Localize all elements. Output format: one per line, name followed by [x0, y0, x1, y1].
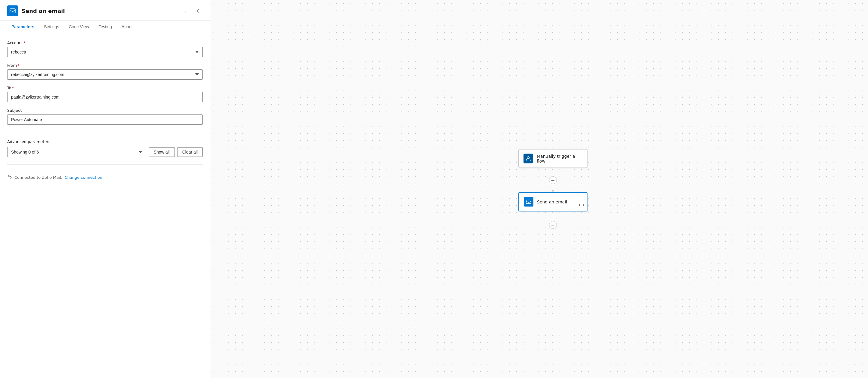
to-label: To* — [7, 86, 203, 90]
panel-header: Send an email ⋮ — [0, 0, 210, 21]
add-step-button-2[interactable]: + — [549, 221, 557, 229]
tab-testing[interactable]: Testing — [94, 21, 116, 33]
to-group: To* — [7, 86, 203, 102]
to-input[interactable] — [7, 92, 203, 102]
flow-connector-1: + — [549, 168, 557, 192]
account-select[interactable]: rebecca — [7, 47, 203, 57]
advanced-label: Advanced parameters — [7, 139, 203, 144]
divider-2 — [7, 164, 203, 165]
connection-text: Connected to Zoho Mail. — [14, 175, 62, 180]
account-label: Account* — [7, 40, 203, 45]
panel-title: Send an email — [22, 8, 177, 14]
tab-settings[interactable]: Settings — [40, 21, 63, 33]
trigger-node-icon — [524, 154, 533, 164]
left-panel: Send an email ⋮ Parameters Settings Code… — [0, 0, 210, 378]
connector-line-top — [553, 168, 553, 176]
tab-about[interactable]: About — [118, 21, 137, 33]
right-panel: Manually trigger a flow + Send an email — [210, 0, 868, 378]
from-group: From* rebecca@zylkertraining.com — [7, 63, 203, 80]
chain-icon — [579, 203, 584, 208]
account-group: Account* rebecca — [7, 40, 203, 57]
clear-all-button[interactable]: Clear all — [177, 147, 203, 157]
connector-arrow — [552, 184, 554, 192]
connector-line-bottom — [553, 213, 553, 221]
connection-info: Connected to Zoho Mail. Change connectio… — [7, 174, 203, 180]
divider-1 — [7, 132, 203, 132]
change-connection-link[interactable]: Change connection — [65, 175, 102, 180]
action-node-icon — [524, 197, 533, 207]
advanced-section: Advanced parameters Showing 0 of 6 Show … — [7, 139, 203, 157]
subject-group: Subject — [7, 108, 203, 125]
subject-input[interactable] — [7, 115, 203, 125]
from-label: From* — [7, 63, 203, 67]
more-options-button[interactable]: ⋮ — [181, 6, 191, 15]
advanced-controls: Showing 0 of 6 Show all Clear all — [7, 147, 203, 157]
show-all-button[interactable]: Show all — [149, 147, 175, 157]
trigger-node[interactable]: Manually trigger a flow — [518, 149, 587, 168]
svg-rect-0 — [10, 9, 15, 13]
action-node[interactable]: Send an email — [518, 192, 587, 211]
connection-icon — [7, 174, 12, 180]
arrow-head — [552, 190, 554, 192]
flow-canvas: Manually trigger a flow + Send an email — [518, 149, 587, 229]
header-actions: ⋮ — [181, 6, 203, 15]
action-icon — [7, 5, 18, 16]
flow-connector-2: + — [549, 213, 557, 229]
trigger-node-label: Manually trigger a flow — [537, 154, 582, 164]
add-step-button-1[interactable]: + — [549, 176, 557, 184]
tab-code-view[interactable]: Code View — [65, 21, 93, 33]
back-button[interactable] — [193, 7, 203, 14]
advanced-select-wrap: Showing 0 of 6 — [7, 147, 146, 157]
subject-label: Subject — [7, 108, 203, 113]
form-content: Account* rebecca From* rebecca@zylkertra… — [0, 33, 210, 187]
advanced-select[interactable]: Showing 0 of 6 — [7, 147, 146, 157]
tab-parameters[interactable]: Parameters — [7, 21, 38, 33]
action-node-label: Send an email — [537, 200, 582, 204]
arrow-line — [553, 184, 553, 190]
tab-bar: Parameters Settings Code View Testing Ab… — [0, 21, 210, 33]
from-select[interactable]: rebecca@zylkertraining.com — [7, 69, 203, 80]
